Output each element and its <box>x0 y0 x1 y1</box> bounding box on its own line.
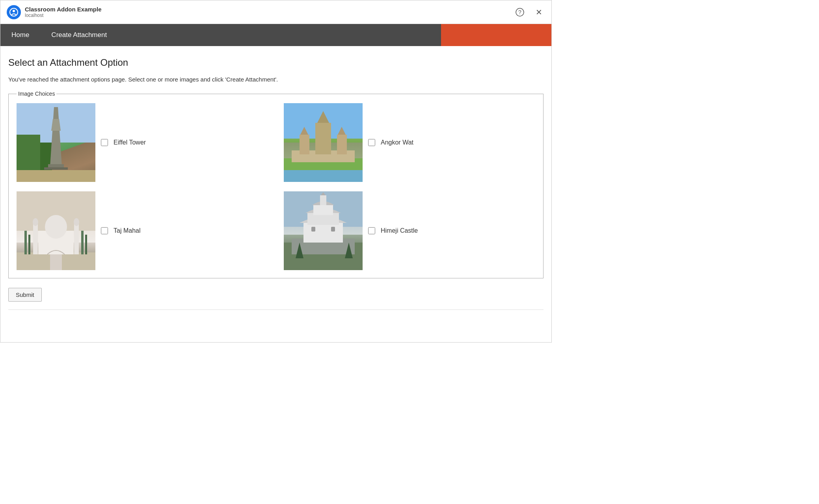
svg-rect-27 <box>33 223 38 254</box>
main-content: Select an Attachment Option You've reach… <box>0 46 551 318</box>
svg-rect-16 <box>315 123 331 154</box>
svg-point-1 <box>13 10 15 12</box>
image-choices-fieldset: Image Choices <box>8 91 544 278</box>
svg-rect-41 <box>320 195 326 205</box>
nav-spacer <box>118 24 441 46</box>
himeji-checkbox[interactable] <box>368 227 375 234</box>
taj-mahal-image <box>17 191 95 270</box>
svg-rect-31 <box>24 231 27 254</box>
app-url: localhost <box>25 13 102 18</box>
angkor-wat-image <box>284 103 363 182</box>
svg-rect-44 <box>331 227 335 232</box>
svg-text:?: ? <box>518 9 521 15</box>
svg-rect-34 <box>85 235 87 254</box>
svg-rect-43 <box>311 227 315 232</box>
footer-divider <box>8 309 544 310</box>
nav-create-attachment[interactable]: Create Attachment <box>40 24 118 46</box>
svg-point-28 <box>33 218 38 226</box>
image-choice-taj: Taj Mahal <box>17 191 268 270</box>
image-choice-angkor: Angkor Wat <box>284 103 535 182</box>
himeji-castle-image <box>284 191 363 270</box>
svg-rect-9 <box>48 164 64 167</box>
submit-button[interactable]: Submit <box>8 288 42 302</box>
app-name: Classroom Addon Example <box>25 6 102 13</box>
svg-rect-38 <box>303 223 343 243</box>
svg-point-26 <box>45 215 67 239</box>
app-title-group: Classroom Addon Example localhost <box>25 6 102 18</box>
eiffel-label: Eiffel Tower <box>114 139 146 146</box>
himeji-label: Himeji Castle <box>381 227 418 234</box>
angkor-checkbox[interactable] <box>368 139 375 146</box>
svg-point-30 <box>74 218 79 226</box>
page-heading: Select an Attachment Option <box>8 57 544 68</box>
close-icon: ✕ <box>536 7 542 17</box>
title-bar-actions: ? ✕ <box>514 6 545 19</box>
svg-rect-18 <box>300 135 309 154</box>
eiffel-checkbox[interactable] <box>101 139 108 146</box>
svg-marker-8 <box>51 119 61 131</box>
taj-label: Taj Mahal <box>114 227 140 234</box>
nav-bar: Home Create Attachment <box>0 24 551 46</box>
fieldset-legend: Image Choices <box>17 91 56 97</box>
taj-checkbox[interactable] <box>101 227 108 234</box>
angkor-label: Angkor Wat <box>381 139 413 146</box>
nav-accent-block <box>441 24 551 46</box>
nav-home[interactable]: Home <box>0 24 40 46</box>
svg-rect-40 <box>313 205 333 215</box>
eiffel-tower-image <box>17 103 95 182</box>
svg-rect-33 <box>81 231 84 254</box>
svg-rect-11 <box>17 170 95 182</box>
svg-rect-10 <box>44 167 68 170</box>
app-info: Classroom Addon Example localhost <box>7 5 102 19</box>
image-choice-himeji: Himeji Castle <box>284 191 535 270</box>
help-button[interactable]: ? <box>514 6 526 19</box>
app-icon <box>7 5 21 19</box>
page-description: You've reached the attachment options pa… <box>8 76 544 83</box>
close-button[interactable]: ✕ <box>532 6 545 19</box>
svg-rect-29 <box>74 223 79 254</box>
svg-rect-20 <box>337 135 347 154</box>
image-choice-eiffel: Eiffel Tower <box>17 103 268 182</box>
image-grid: Eiffel Tower <box>17 103 535 270</box>
svg-rect-32 <box>28 235 30 254</box>
title-bar: Classroom Addon Example localhost ? ✕ <box>0 0 551 24</box>
